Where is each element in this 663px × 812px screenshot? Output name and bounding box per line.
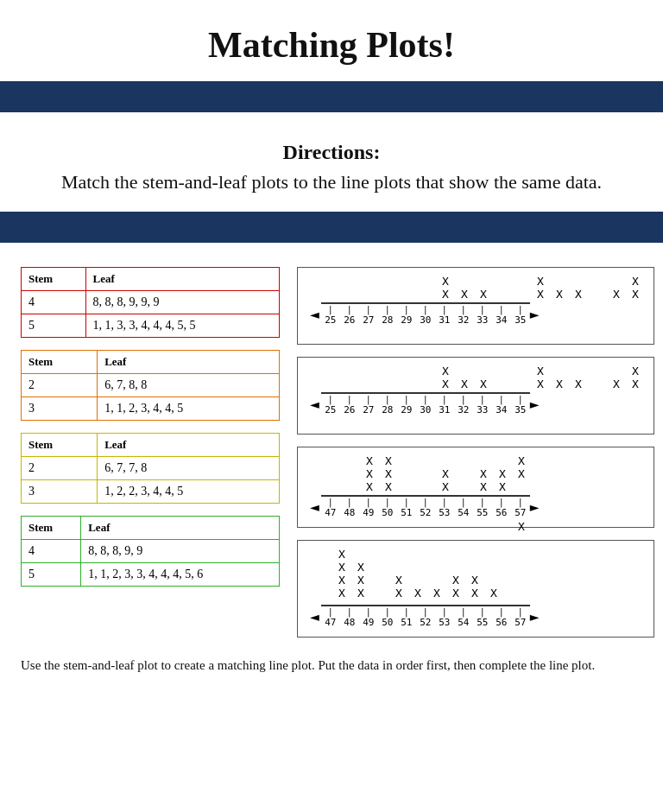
- leaf-header-3: Leaf: [98, 434, 280, 457]
- directions-text: Match the stem-and-leaf plots to the lin…: [35, 168, 628, 196]
- directions-section: Directions: Match the stem-and-leaf plot…: [0, 112, 663, 212]
- stem-cell: 3: [22, 397, 98, 421]
- lp4-axis: ◄ | | | | | | | | | | |: [306, 605, 645, 628]
- leaf-header-2: Leaf: [98, 351, 280, 374]
- leaf-header-4: Leaf: [81, 517, 280, 540]
- stem-header-1: Stem: [22, 268, 86, 291]
- stem-cell: 4: [22, 540, 81, 563]
- lp1-axis: ◄ | | | | | | | | | | |: [306, 302, 645, 326]
- leaf-cell: 1, 2, 2, 3, 4, 4, 5: [98, 480, 280, 504]
- line-plot-2: X X X: [297, 357, 654, 435]
- lp1-dots: X X X: [306, 275, 645, 301]
- stem-leaf-section: Stem Leaf 4 8, 8, 8, 9, 9, 9 5 1, 1, 3, …: [21, 267, 280, 638]
- stem-header-3: Stem: [22, 434, 98, 457]
- stem-cell: 5: [22, 563, 81, 587]
- leaf-cell: 6, 7, 7, 8: [98, 457, 280, 480]
- navy-bar-top: [0, 81, 663, 112]
- leaf-cell: 1, 1, 2, 3, 3, 4, 4, 4, 5, 6: [81, 563, 280, 587]
- leaf-cell: 8, 8, 8, 9, 9: [81, 540, 280, 563]
- lp3-axis: ◄ | | | | | | | | | | |: [306, 495, 645, 518]
- stem-leaf-table-orange: Stem Leaf 2 6, 7, 8, 8 3 1, 1, 2, 3, 4, …: [21, 350, 280, 421]
- stem-header-4: Stem: [22, 517, 81, 540]
- stem-leaf-table-green: Stem Leaf 4 8, 8, 8, 9, 9 5 1, 1, 2, 3, …: [21, 516, 280, 587]
- page-title: Matching Plots!: [0, 0, 663, 81]
- stem-cell: 4: [22, 291, 86, 314]
- leaf-cell: 8, 8, 8, 9, 9, 9: [85, 291, 279, 314]
- main-content: Stem Leaf 4 8, 8, 8, 9, 9, 9 5 1, 1, 3, …: [0, 258, 663, 646]
- line-plot-4: X: [297, 540, 654, 638]
- stem-leaf-table-red: Stem Leaf 4 8, 8, 8, 9, 9, 9 5 1, 1, 3, …: [21, 267, 280, 338]
- bottom-text: Use the stem-and-leaf plot to create a m…: [0, 646, 663, 696]
- leaf-cell: 1, 1, 3, 3, 4, 4, 4, 5, 5: [85, 314, 279, 338]
- lp3-dots: X X X X X: [306, 454, 645, 493]
- lp2-dots: X X X: [306, 365, 645, 390]
- line-plot-1: X X X: [297, 267, 654, 345]
- stem-leaf-table-yellow: Stem Leaf 2 6, 7, 7, 8 3 1, 2, 2, 3, 4, …: [21, 433, 280, 504]
- directions-label: Directions:: [35, 136, 628, 168]
- line-plots-section: X X X: [297, 267, 654, 638]
- leaf-header-1: Leaf: [85, 268, 279, 291]
- stem-cell: 2: [22, 374, 98, 397]
- lp2-axis: ◄ | | | | | | | | | | |: [306, 392, 645, 416]
- stem-cell: 3: [22, 480, 98, 504]
- stem-header-2: Stem: [22, 351, 98, 374]
- line-plot-3: X X X X X: [297, 447, 654, 528]
- stem-cell: 2: [22, 457, 98, 480]
- leaf-cell: 1, 1, 2, 3, 4, 4, 5: [98, 397, 280, 421]
- stem-cell: 5: [22, 314, 86, 338]
- leaf-cell: 6, 7, 8, 8: [98, 374, 280, 397]
- navy-bar-middle: [0, 212, 663, 243]
